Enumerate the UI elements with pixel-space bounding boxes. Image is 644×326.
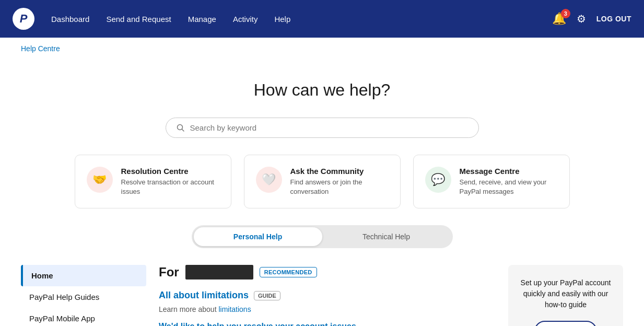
tab-personal-help[interactable]: Personal Help <box>194 227 322 246</box>
search-input[interactable] <box>190 123 468 132</box>
limitations-link[interactable]: limitations <box>218 305 251 313</box>
logo-letter: P <box>20 12 28 26</box>
resolution-centre-desc: Resolve transaction or account issues <box>121 178 219 196</box>
sidebar-item-home[interactable]: Home <box>21 265 146 286</box>
right-sidebar: Set up your PayPal account quickly and e… <box>508 265 623 326</box>
redacted-user-info <box>185 265 253 280</box>
settings-icon[interactable]: ⚙ <box>577 13 586 25</box>
breadcrumb-bar: Help Centre <box>0 38 644 60</box>
tabs-wrapper: Personal Help Technical Help <box>192 225 453 248</box>
message-centre-title: Message Centre <box>460 167 558 176</box>
notifications-bell[interactable]: 🔔 3 <box>552 12 566 26</box>
sidebar-item-help-guides[interactable]: PayPal Help Guides <box>21 286 146 308</box>
tab-technical-help[interactable]: Technical Help <box>322 227 451 246</box>
bottom-section: Home PayPal Help Guides PayPal Mobile Ap… <box>21 265 623 326</box>
logout-button[interactable]: LOG OUT <box>596 15 631 23</box>
for-label: For <box>159 265 179 280</box>
help-main-content: For RECOMMENDED All about limitations GU… <box>159 265 496 326</box>
svg-line-1 <box>182 129 184 131</box>
ask-community-desc: Find answers or join the conversation <box>290 178 389 196</box>
card-message-centre[interactable]: 💬 Message Centre Send, receive, and view… <box>413 155 570 208</box>
guide-badge: GUIDE <box>254 291 280 300</box>
page-title: How can we help? <box>21 80 623 100</box>
sidebar-item-mobile-app[interactable]: PayPal Mobile App <box>21 308 146 326</box>
message-centre-icon: 💬 <box>425 167 451 193</box>
resolution-centre-icon: 🤝 <box>87 167 113 193</box>
search-box <box>166 118 479 138</box>
message-centre-desc: Send, receive, and view your PayPal mess… <box>460 178 558 196</box>
paypal-logo[interactable]: P <box>13 8 34 30</box>
recommended-badge: RECOMMENDED <box>260 267 317 277</box>
resolution-centre-text: Resolution Centre Resolve transaction or… <box>121 167 219 196</box>
ask-community-text: Ask the Community Find answers or join t… <box>290 167 389 196</box>
ask-community-icon: 🤍 <box>256 167 282 193</box>
cards-row: 🤝 Resolution Centre Resolve transaction … <box>21 155 623 208</box>
search-container <box>21 118 623 138</box>
main-content: How can we help? 🤝 Resolution Centre Res… <box>0 60 644 326</box>
message-centre-text: Message Centre Send, receive, and view y… <box>460 167 558 196</box>
nav-right: 🔔 3 ⚙ LOG OUT <box>552 12 631 26</box>
card-ask-community[interactable]: 🤍 Ask the Community Find answers or join… <box>244 155 401 208</box>
sidebar: Home PayPal Help Guides PayPal Mobile Ap… <box>21 265 146 326</box>
tabs-container: Personal Help Technical Help <box>21 225 623 248</box>
card-resolution-centre[interactable]: 🤝 Resolution Centre Resolve transaction … <box>75 155 231 208</box>
get-started-button[interactable]: Get Started <box>534 321 596 326</box>
hero-section: How can we help? <box>21 70 623 118</box>
help-resolve-link[interactable]: We'd like to help you resolve your accou… <box>159 322 356 326</box>
nav-links: Dashboard Send and Request Manage Activi… <box>51 15 552 24</box>
help-article-description: Learn more about limitations <box>159 305 496 313</box>
article-desc-pre: Learn more about <box>159 305 218 313</box>
nav-help[interactable]: Help <box>274 15 290 24</box>
right-sidebar-text: Set up your PayPal account quickly and e… <box>519 277 613 310</box>
help-article-header: All about limitations GUIDE <box>159 290 496 301</box>
nav-activity[interactable]: Activity <box>233 15 258 24</box>
help-article-link[interactable]: All about limitations <box>159 290 249 301</box>
resolution-centre-title: Resolution Centre <box>121 167 219 176</box>
nav-dashboard[interactable]: Dashboard <box>51 15 89 24</box>
nav-manage[interactable]: Manage <box>188 15 216 24</box>
help-header: For RECOMMENDED <box>159 265 496 280</box>
search-icon <box>177 124 185 132</box>
navbar: P Dashboard Send and Request Manage Acti… <box>0 0 644 38</box>
ask-community-title: Ask the Community <box>290 167 389 176</box>
notification-badge: 3 <box>561 9 570 18</box>
breadcrumb-help-centre[interactable]: Help Centre <box>21 44 60 53</box>
nav-send-request[interactable]: Send and Request <box>106 15 171 24</box>
